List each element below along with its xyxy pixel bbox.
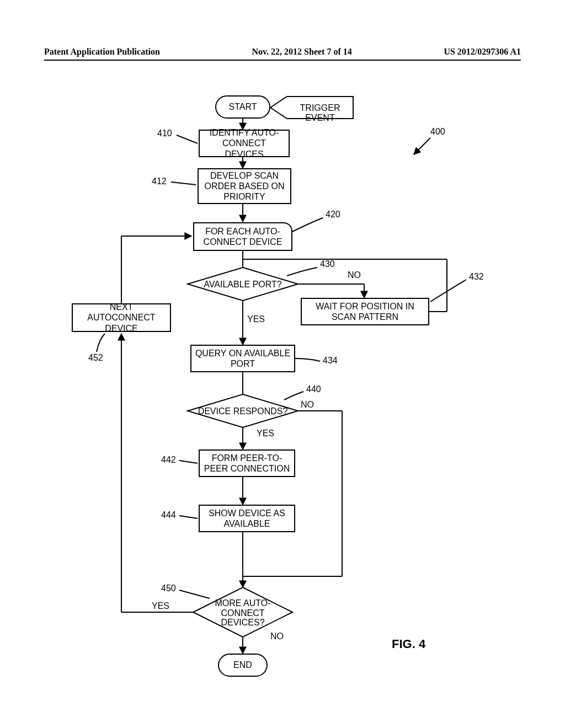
no-label: NO [348, 270, 361, 280]
ref-434: 434 [323, 356, 338, 366]
ref-430: 430 [320, 259, 335, 269]
device-responds-decision: DEVICE RESPONDS? [196, 406, 290, 416]
header-left: Patent Application Publication [44, 47, 160, 57]
ref-452: 452 [88, 353, 103, 363]
no-label: NO [301, 400, 314, 410]
svg-line-26 [179, 590, 210, 598]
next-autoconnect-box: NEXT AUTOCONNECT DEVICE [72, 303, 171, 332]
page-header: Patent Application Publication Nov. 22, … [44, 47, 521, 57]
for-each-device-box: FOR EACH AUTO-CONNECT DEVICE [193, 222, 292, 251]
no-label: NO [270, 631, 284, 641]
svg-line-22 [177, 135, 198, 143]
svg-line-23 [171, 182, 196, 185]
start-node: START [215, 95, 270, 119]
develop-scan-order-box: DEVELOP SCAN ORDER BASED ON PRIORITY [198, 168, 291, 204]
show-available-box: SHOW DEVICE AS AVAILABLE [199, 505, 295, 532]
svg-line-27 [414, 138, 430, 154]
identify-devices-box: IDENTIFY AUTO-CONNECT DEVICES [199, 130, 290, 157]
form-p2p-box: FORM PEER-TO-PEER CONNECTION [199, 449, 295, 477]
more-devices-decision: MORE AUTO-CONNECT DEVICES? [204, 598, 281, 628]
end-node: END [218, 654, 268, 677]
ref-440: 440 [306, 384, 321, 394]
ref-420: 420 [326, 210, 340, 220]
ref-432: 432 [469, 272, 484, 282]
yes-label: YES [257, 429, 274, 438]
ref-442: 442 [161, 455, 176, 465]
svg-line-24 [179, 461, 198, 463]
ref-410: 410 [157, 129, 172, 138]
yes-label: YES [247, 314, 265, 324]
header-rule [44, 60, 521, 61]
query-port-box: QUERY ON AVAILABLE PORT [190, 345, 295, 372]
ref-450: 450 [161, 584, 176, 593]
yes-label: YES [152, 601, 169, 611]
ref-412: 412 [152, 176, 167, 186]
ref-444: 444 [161, 510, 176, 520]
figure-label: FIG. 4 [392, 637, 425, 651]
available-port-decision: AVAILABLE PORT? [199, 280, 287, 290]
page: Patent Application Publication Nov. 22, … [0, 0, 565, 728]
ref-400: 400 [430, 127, 445, 137]
svg-line-25 [179, 516, 198, 518]
trigger-event-label: TRIGGER EVENT [284, 103, 356, 122]
wait-position-box: WAIT FOR POSITION IN SCAN PATTERN [301, 298, 429, 325]
flowchart: START TRIGGER EVENT IDENTIFY AUTO-CONNEC… [33, 85, 530, 692]
header-right: US 2012/0297306 A1 [444, 47, 521, 57]
header-center: Nov. 22, 2012 Sheet 7 of 14 [252, 47, 351, 57]
